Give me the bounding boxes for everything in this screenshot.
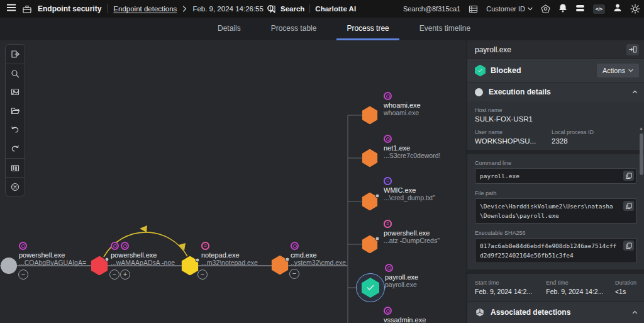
detection-badge-icon[interactable] xyxy=(384,92,392,100)
file-path-value[interactable]: \Device\HarddiskVolume2\Users\natasha\Do… xyxy=(475,198,636,224)
detection-badge-icon[interactable] xyxy=(201,242,209,250)
field-start-time: Start time Feb. 9, 2024 14:2... xyxy=(475,280,546,295)
expand-panel-button[interactable] xyxy=(626,44,639,55)
breadcrumb-link[interactable]: Endpoint detections xyxy=(113,5,177,13)
section-divider xyxy=(467,150,644,154)
customer-id-dropdown[interactable]: Customer ID xyxy=(486,5,533,13)
field-host-name: Host name SULK-FOX-USR1 xyxy=(475,107,636,123)
execution-details-icon xyxy=(475,88,483,96)
tab-details[interactable]: Details xyxy=(208,18,251,40)
detection-badge-icon[interactable] xyxy=(291,242,299,250)
detection-badge-icon[interactable] xyxy=(384,220,392,228)
tab-events-timeline[interactable]: Events timeline xyxy=(409,18,480,40)
command-line-value[interactable]: payroll.exe xyxy=(475,168,636,184)
detection-badge-icon[interactable] xyxy=(384,135,392,143)
detection-badge-icon[interactable] xyxy=(111,242,119,250)
panel-header: payroll.exe xyxy=(467,40,644,59)
copy-icon[interactable] xyxy=(623,171,634,181)
folder-open-icon[interactable] xyxy=(6,101,25,120)
undo-icon[interactable] xyxy=(6,120,25,139)
detection-badge-icon[interactable] xyxy=(384,177,392,185)
actions-button[interactable]: Actions xyxy=(597,64,639,77)
node-label: net1.exe ...S3cre7c0deword! xyxy=(384,135,440,159)
divider xyxy=(107,4,108,13)
process-details-panel: payroll.exe Blocked Actions Execution de… xyxy=(467,40,644,323)
api-code-icon[interactable]: </> xyxy=(593,4,605,14)
process-name[interactable]: vssadmin.exe xyxy=(384,316,426,323)
process-name[interactable]: whoami.exe xyxy=(384,101,421,109)
process-name[interactable]: powershell.exe xyxy=(384,229,440,237)
panel-scrollbar[interactable] xyxy=(640,133,643,175)
field-user-name: User name WORKSHOP\SU... xyxy=(475,129,552,145)
process-name[interactable]: payroll.exe xyxy=(385,273,418,281)
divider xyxy=(309,4,310,13)
node-label: notepad.exe ...m32\notepad.exe xyxy=(201,242,258,266)
user-profile-icon[interactable] xyxy=(613,3,622,14)
tab-process-table[interactable]: Process table xyxy=(261,18,327,40)
exit-panel-icon[interactable] xyxy=(6,45,25,64)
expand-node-button[interactable]: + xyxy=(120,269,130,280)
process-tree-canvas[interactable]: powershell.exe ...COAbgBvAGUAIgA= − powe… xyxy=(0,40,467,323)
close-circle-icon[interactable] xyxy=(6,177,25,196)
node-label: vssadmin.exe xyxy=(384,307,426,323)
node-label: whoami.exe whoami.exe xyxy=(384,92,421,116)
grid-list-icon[interactable] xyxy=(469,5,478,13)
tree-toolbar xyxy=(5,44,25,196)
field-duration: Duration <1s xyxy=(615,280,636,295)
node-label: powershell.exe ...COAbgBvAGUAIgA= xyxy=(19,242,86,266)
notifications-bell-icon[interactable] xyxy=(558,3,567,15)
copy-icon[interactable] xyxy=(623,201,634,211)
process-node-root-powershell[interactable] xyxy=(1,258,17,274)
tab-process-tree[interactable]: Process tree xyxy=(336,18,399,40)
status-badge: Blocked xyxy=(491,66,592,75)
process-name[interactable]: net1.exe xyxy=(384,144,440,152)
snapshot-icon[interactable] xyxy=(6,82,25,101)
section-execution-details[interactable]: Execution details xyxy=(467,82,644,101)
charlotte-ai-link[interactable]: Charlotte AI xyxy=(315,5,356,13)
support-badge-icon[interactable] xyxy=(541,4,550,14)
process-name[interactable]: powershell.exe xyxy=(111,251,175,259)
process-name[interactable]: notepad.exe xyxy=(201,251,258,259)
connector-dot xyxy=(375,237,380,241)
menu-icon[interactable] xyxy=(6,3,16,14)
process-cmdline: payroll.exe xyxy=(385,281,418,288)
detection-badge-icon[interactable] xyxy=(385,264,393,272)
blocked-status-icon xyxy=(475,65,486,77)
search-label[interactable]: Search xyxy=(280,5,304,13)
execution-details-body: Host name SULK-FOX-USR1 User name WORKSH… xyxy=(467,101,644,301)
process-cmdline: ..ystem32\cmd.exe xyxy=(291,259,346,266)
collapse-node-button[interactable]: − xyxy=(289,269,299,279)
chevron-up-icon xyxy=(632,90,638,94)
detection-badge-icon[interactable] xyxy=(384,307,392,315)
search-icon[interactable] xyxy=(267,4,275,13)
collapse-node-button[interactable]: − xyxy=(18,269,28,280)
scrollbar-up-arrow[interactable]: ▲ xyxy=(639,126,643,130)
zoom-icon[interactable] xyxy=(6,64,25,82)
node-label: cmd.exe ..ystem32\cmd.exe xyxy=(291,242,346,266)
collapse-node-button[interactable]: − xyxy=(109,269,119,280)
session-search-id[interactable]: Search@8f315ca1 xyxy=(403,5,460,13)
chevron-right-icon xyxy=(182,6,187,12)
redo-icon[interactable] xyxy=(6,139,25,158)
process-name[interactable]: WMIC.exe xyxy=(384,186,435,194)
process-name[interactable]: cmd.exe xyxy=(291,251,346,259)
detection-tabs: Details Process table Process tree Event… xyxy=(0,18,644,40)
app-title: Endpoint security xyxy=(38,4,101,13)
section-associated-detections[interactable]: Associated detections xyxy=(467,301,644,323)
field-end-time: End time Feb. 9, 2024 14:2... xyxy=(546,280,615,295)
node-matrix-icon[interactable] xyxy=(6,158,25,177)
process-cmdline: ...\cred_dump.txt" xyxy=(384,194,435,201)
detection-badge-icon[interactable] xyxy=(19,242,27,250)
sha256-value[interactable]: 017ac6ab8e84d6ebdf4e908db1246ae7514cffd2… xyxy=(475,238,636,263)
toggle-rows-icon[interactable] xyxy=(575,3,585,14)
theme-brightness-icon[interactable] xyxy=(630,4,640,14)
connector-dot xyxy=(105,258,109,262)
process-cmdline: ...COAbgBvAGUAIgA= xyxy=(19,259,86,266)
copy-icon[interactable] xyxy=(623,241,634,251)
process-name[interactable]: powershell.exe xyxy=(19,251,86,259)
top-bar: Endpoint security Endpoint detections Fe… xyxy=(0,0,644,18)
detection-badge-icon[interactable] xyxy=(121,242,129,250)
status-row: Blocked Actions xyxy=(467,59,644,82)
field-local-process-id: Local process ID 2328 xyxy=(552,129,594,145)
collapse-node-button[interactable]: − xyxy=(197,269,208,280)
